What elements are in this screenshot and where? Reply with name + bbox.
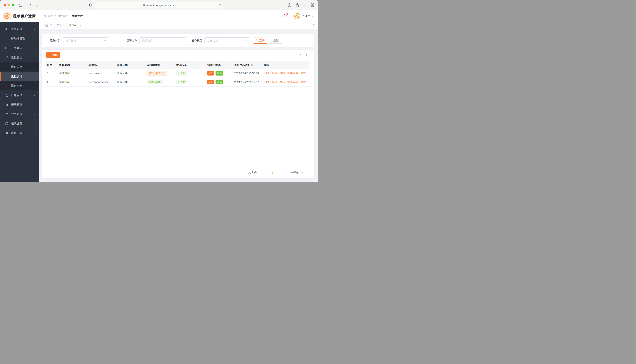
cell-index: 2 xyxy=(46,80,58,84)
cell-name: 报销申请 xyxy=(58,80,87,84)
sidebar-item-label: 流程管理 xyxy=(11,56,34,59)
row-action-link[interactable]: 发布 xyxy=(280,80,285,84)
pagination-total: 共 2 条 xyxy=(249,171,257,174)
sidebar-item-flow-design[interactable]: 流程设计 xyxy=(0,72,39,81)
cell-published-at: 2024-05-22 20:17:07 xyxy=(234,80,263,84)
tabs-scroll-right-icon[interactable] xyxy=(313,24,315,26)
address-bar[interactable]: tenant.orangeforms.com xyxy=(95,2,224,8)
cell-actions: 启动编辑发布版本管理删除 xyxy=(263,72,309,75)
sidebar-item-flow-instance[interactable]: 流程实例 xyxy=(0,81,39,90)
search-button[interactable]: 查询 xyxy=(253,38,267,44)
url-text: tenant.orangeforms.com xyxy=(146,4,175,7)
cell-publish-status: 已发布 xyxy=(175,80,207,84)
chevron-down-icon xyxy=(34,104,36,105)
sidebar-item-report-mgmt[interactable]: 报表管理 xyxy=(0,100,39,109)
forward-button[interactable] xyxy=(36,4,38,7)
sidebar-item-flow-workorder[interactable]: 流程工单 xyxy=(0,128,39,138)
sidebar-item-label: 在线表单 xyxy=(11,46,34,50)
chevron-down-icon[interactable] xyxy=(23,4,25,6)
row-action-link[interactable]: 编辑 xyxy=(272,72,277,75)
tab-close-icon[interactable]: × xyxy=(80,24,82,26)
sidebar-toggle-icon[interactable] xyxy=(19,4,22,7)
col-header-version: 流程主版本 xyxy=(207,64,234,67)
cell-index: 1 xyxy=(46,72,58,75)
tab-home[interactable]: 主页 xyxy=(54,23,64,28)
breadcrumb: 首页 / 流程管理 / 流程设计 xyxy=(43,14,83,18)
cell-actions: 启动编辑发布版本管理删除 xyxy=(263,80,309,84)
grid-icon xyxy=(5,131,9,134)
row-action-link[interactable]: 发布 xyxy=(280,72,285,75)
privacy-shield-icon[interactable] xyxy=(89,4,92,7)
user-avatar[interactable] xyxy=(294,13,300,19)
publish-status-tag: 已发布 xyxy=(176,80,187,84)
sidebar-item-online-business[interactable]: 在线业务 xyxy=(0,119,39,128)
page-number[interactable]: 1 xyxy=(268,171,278,174)
row-action-link[interactable]: 启动 xyxy=(264,72,269,75)
breadcrumb-separator: / xyxy=(55,14,56,18)
col-header-name: 流程名称 xyxy=(58,64,87,67)
sidebar-item-task-mgmt[interactable]: 任务管理 xyxy=(0,90,39,100)
create-button[interactable]: ＋ 新建 xyxy=(46,52,60,58)
tab-flow-design[interactable]: 流程设计 × xyxy=(67,23,84,28)
filter-status-select[interactable] xyxy=(204,38,250,44)
sidebar-item-label: 移动端管理 xyxy=(11,37,34,40)
new-tab-icon[interactable] xyxy=(303,4,307,7)
sidebar-item-flow-mgmt[interactable]: 流程管理 xyxy=(0,53,39,62)
sliders-icon xyxy=(5,56,9,59)
next-page-icon[interactable] xyxy=(278,171,284,174)
chevron-down-icon xyxy=(34,47,36,49)
user-menu-chevron-icon[interactable] xyxy=(312,15,314,17)
col-header-publish-status: 发布状态 xyxy=(175,64,207,67)
filter-name-input-wrap xyxy=(139,38,186,44)
prev-page-icon[interactable] xyxy=(262,171,268,174)
breadcrumb-separator: / xyxy=(70,14,71,18)
filter-category-select-input[interactable] xyxy=(63,38,108,44)
notification-bell-button[interactable] xyxy=(283,14,287,18)
sidebar-item-label: 系统管理 xyxy=(11,28,34,31)
filter-category-select[interactable] xyxy=(63,38,108,44)
headset-icon xyxy=(5,122,9,125)
safari-window: tenant.orangeforms.com 橙单租户运营 xyxy=(0,0,318,182)
flow-mgmt-submenu: 流程分类 流程设计 流程实例 xyxy=(0,62,39,90)
sidebar-item-flow-category[interactable]: 流程分类 xyxy=(0,62,39,72)
row-action-link[interactable]: 版本管理 xyxy=(287,72,298,75)
breadcrumb-item-flow-mgmt[interactable]: 流程管理 xyxy=(58,14,68,18)
collapse-menu-icon[interactable] xyxy=(45,24,48,27)
sidebar-item-mobile-mgmt[interactable]: 移动端管理 xyxy=(0,34,39,43)
tabs-scroll-left-icon[interactable] xyxy=(50,24,52,26)
row-action-link[interactable]: 删除 xyxy=(300,80,306,84)
chevron-down-icon xyxy=(104,40,106,41)
user-name[interactable]: 管理员 xyxy=(302,14,310,18)
main-area: 主页 流程设计 × 流程分类 流程名称 xyxy=(39,22,318,182)
create-button-label: 新建 xyxy=(53,53,58,57)
chevron-down-icon xyxy=(34,123,36,124)
filter-status-select-input[interactable] xyxy=(204,38,250,44)
row-height-settings-icon[interactable] xyxy=(306,54,309,57)
diagram-type-tag: 钉钉风格流程图 xyxy=(147,71,167,76)
page-size-select[interactable]: 10条/页 xyxy=(288,170,306,175)
row-action-link[interactable]: 版本管理 xyxy=(287,80,298,84)
reload-icon[interactable] xyxy=(219,4,222,7)
close-window-button[interactable] xyxy=(4,4,7,6)
version-state-tag: 激活 xyxy=(216,80,223,84)
sidebar-item-online-forms[interactable]: 在线表单 xyxy=(0,43,39,53)
downloads-icon[interactable] xyxy=(287,3,291,7)
sidebar-item-system-mgmt[interactable]: 系统管理 xyxy=(0,24,39,34)
sort-control[interactable] xyxy=(251,64,253,66)
filter-name-input[interactable] xyxy=(139,38,186,44)
tab-overview-icon[interactable] xyxy=(311,3,315,7)
row-action-link[interactable]: 删除 xyxy=(300,72,306,75)
browser-toolbar: tenant.orangeforms.com xyxy=(0,0,318,10)
back-button[interactable] xyxy=(29,4,31,7)
minimize-window-button[interactable] xyxy=(8,4,11,6)
row-action-link[interactable]: 编辑 xyxy=(272,80,277,84)
zoom-window-button[interactable] xyxy=(12,4,14,6)
row-action-link[interactable]: 启动 xyxy=(264,80,269,84)
sidebar-item-business-mgmt[interactable]: 业务管理 xyxy=(0,109,39,119)
refresh-icon[interactable] xyxy=(299,54,303,57)
breadcrumb-item-home[interactable]: 首页 xyxy=(48,14,53,18)
share-icon[interactable] xyxy=(296,3,299,7)
traffic-lights xyxy=(4,4,14,6)
reset-button[interactable]: 重置 xyxy=(269,38,283,44)
app-logo xyxy=(3,12,11,20)
